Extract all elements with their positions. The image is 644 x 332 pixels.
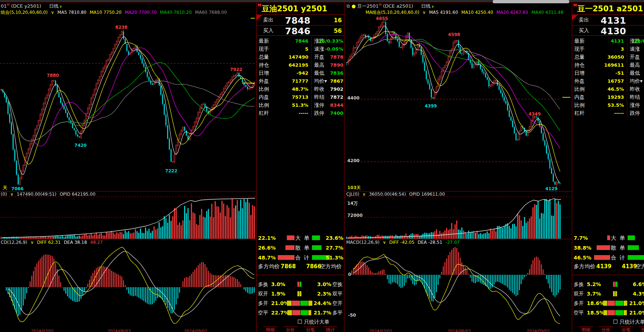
header-segment: ∨ [363, 192, 366, 197]
price[interactable]: 4131 [601, 15, 626, 26]
buy-ratio-bar [607, 235, 610, 240]
ma-indicator-header[interactable]: 组合(5,10,20,40,60,0)∨MA5 7810.80MA10 7750… [0, 9, 256, 15]
header-segment: MA5 7810.80 [58, 10, 87, 15]
header-segment: MA10 4250.40 [461, 10, 493, 15]
buy-ratio-bar [285, 245, 294, 250]
order-volume: 19 [631, 27, 644, 34]
checkbox-icon: ☐ [297, 319, 302, 325]
corner-marker [572, 15, 578, 20]
header-segment: MA组合(5,10,20,40,60,0) [366, 10, 419, 15]
volume-indicator-header[interactable]: CJL(0)∨36050.00(46:54)OPID 169611.00 [344, 192, 572, 198]
header-segment: ∨ [10, 192, 13, 197]
price[interactable]: 7846 [285, 26, 311, 36]
header-segment: 147490.00(49:51) [17, 192, 56, 197]
header-segment: MA60 7688.00 [195, 10, 227, 15]
header-segment: (DCE y2501) [9, 3, 41, 9]
order-volume: 17 [631, 17, 644, 24]
date-axis-label: 2024/09/02 [527, 329, 550, 332]
chart-soybean-oil[interactable]: 01M (DCE y2501)日线∨组合(5,10,20,40,60,0)∨MA… [0, 2, 256, 332]
order-size-label: 散 单 [295, 245, 310, 251]
order-volume: 16 [315, 17, 342, 24]
macd-indicator-header[interactable]: MACD(12,26,9)∨DIFF -42.05DEA -28.51-27.0… [344, 240, 572, 246]
price[interactable]: 7848 [285, 15, 311, 26]
sell-ratio-bar [628, 255, 644, 260]
chart-soybean-no1[interactable]: ⧉ ● 豆一2501M (DCE a2501)日线∨MA组合(5,10,20,4… [344, 2, 572, 332]
quote-panel-soybean-oil: M豆油2501 y2501卖出784816买入784656最新7846涨跌-26… [256, 2, 344, 332]
sell-ratio-bar [628, 235, 635, 240]
chart-title: ⧉ ● 豆一2501M (DCE a2501)日线∨ [344, 3, 572, 9]
tab-2[interactable]: 分价 [597, 327, 615, 332]
contract-title: 豆一2501 a2501 [577, 4, 643, 14]
header-segment: ● [351, 3, 357, 9]
date-axis-label: 2024/09/02 [184, 329, 207, 332]
quote-panel-inner: M豆一2501 a2501卖出413117买入413019最新4131涨跌-28… [572, 2, 644, 332]
period-selector[interactable]: 日线∨ [421, 3, 434, 9]
header-segment: 36050.00(46:54) [369, 192, 406, 197]
price-annotation: 4349 [528, 112, 540, 117]
big-orders-only-checkbox[interactable]: ☐ 只统计大单 [613, 319, 644, 325]
corner-marker [257, 15, 262, 20]
header-segment: ∨ [31, 240, 34, 245]
price-annotation: 4399 [425, 103, 437, 109]
date-axis-label: 2024/06/03 [448, 329, 471, 332]
price-annotation: 7922 [230, 67, 242, 72]
header-segment: MA40 4311.48 [531, 10, 563, 15]
order-size-label: 合 计 [611, 254, 626, 261]
header-segment: 48.27 [90, 240, 103, 245]
header-segment: CJL(0) [346, 192, 359, 197]
price-annotation: 4400 [347, 95, 359, 101]
macd-indicator-header[interactable]: CD(12,26,9)∨DIFF 62.31DEA 38.1848.27 [0, 240, 256, 246]
main-contract-badge: M [573, 3, 577, 7]
price-annotation: 72000 [347, 213, 363, 218]
header-segment: DIFF -42.05 [389, 240, 414, 245]
candlestick-chart-canvas[interactable] [344, 2, 572, 332]
header-segment: DEA 38.18 [64, 240, 87, 245]
big-orders-only-checkbox[interactable]: ☐ 只统计大单 [297, 319, 329, 325]
sell-ratio-bar [628, 245, 639, 250]
chevron-down-icon: ∨ [59, 4, 62, 8]
header-segment: MA5 4191.60 [429, 10, 458, 15]
order-size-label: 大 单 [611, 235, 626, 242]
price[interactable]: 4130 [601, 26, 626, 36]
header-segment: MA20 4267.65 [496, 10, 528, 15]
window-drag-handle[interactable] [493, 0, 569, 3]
ma-indicator-header[interactable]: MA组合(5,10,20,40,60,0)∨MA5 4191.60MA10 42… [344, 9, 572, 15]
price-annotation: 7066 [11, 186, 23, 191]
side-label: 卖出 [579, 17, 589, 23]
buy-ratio-bar [287, 235, 294, 240]
date-axis-label: 2024/03/01 [31, 329, 54, 332]
order-size-label: 大 单 [295, 235, 310, 242]
chevron-down-icon: ∨ [432, 4, 434, 8]
candlestick-chart-canvas[interactable] [0, 2, 256, 332]
price-annotation: 4655 [376, 16, 388, 21]
contract-title: 豆油2501 y2501 [262, 4, 327, 14]
tab-4[interactable]: 统计 [321, 327, 340, 332]
tab-3[interactable]: 分笔 [617, 327, 635, 332]
price-annotation: 7222 [165, 168, 177, 173]
main-contract-badge: M [258, 3, 261, 7]
side-label: 卖出 [263, 17, 273, 23]
price-annotation: 7880 [47, 73, 59, 78]
order-size-label: 合 计 [295, 254, 310, 261]
tab-1[interactable]: 明细 [261, 327, 280, 332]
period-label: 日线 [421, 3, 431, 9]
period-label: 日线 [49, 3, 59, 9]
tab-3[interactable]: 分笔 [301, 327, 320, 332]
buy-ratio-bar [278, 255, 294, 260]
header-segment: (0) [1, 192, 7, 197]
date-axis-label: 2024/06/03 [108, 329, 130, 332]
header-segment: MACD(12,26,9) [346, 240, 379, 245]
tab-2[interactable]: 分价 [281, 327, 300, 332]
header-segment: 组合(5,10,20,40,60,0) [1, 10, 48, 15]
header-segment: MA20 7700.70 [125, 10, 157, 15]
tab-4[interactable]: 统计 [637, 327, 644, 332]
header-segment: MA40 7610.20 [160, 10, 192, 15]
price-annotation: 4598 [448, 32, 460, 37]
checkbox-icon: ☐ [613, 319, 618, 325]
volume-indicator-header[interactable]: (0)∨147490.00(49:51)OPID 642195.00 [0, 192, 256, 198]
price-annotation: 103天 [347, 185, 361, 191]
period-selector[interactable]: 日线∨ [49, 3, 62, 9]
side-label: 买入 [263, 27, 273, 34]
tab-1[interactable]: 明细 [577, 327, 595, 332]
quote-panel-inner: M豆油2501 y2501卖出784816买入784656最新7846涨跌-26… [257, 2, 344, 332]
